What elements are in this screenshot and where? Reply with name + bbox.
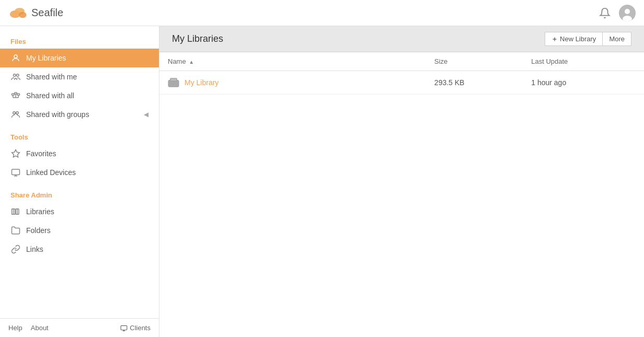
svg-point-2: [19, 11, 26, 18]
shared-with-groups-icon: [10, 109, 21, 120]
logo-area: Seafile: [8, 6, 63, 20]
sidebar-item-shared-with-all[interactable]: Shared with all: [0, 86, 159, 105]
files-section-label: Files: [0, 32, 159, 49]
sidebar-item-libraries[interactable]: Libraries: [0, 202, 159, 221]
folders-icon: [10, 225, 21, 236]
shared-with-me-icon: [10, 72, 21, 82]
svg-point-8: [17, 74, 19, 77]
table-header: Name ▲ Size Last Update: [159, 52, 644, 71]
notification-bell-icon[interactable]: [599, 7, 611, 19]
page-title: My Libraries: [172, 33, 223, 44]
svg-rect-32: [170, 78, 177, 81]
new-library-label: New Library: [560, 35, 596, 43]
sidebar-item-shared-with-groups[interactable]: Shared with groups ◀: [0, 105, 159, 124]
sidebar-item-linked-devices[interactable]: Linked Devices: [0, 163, 159, 182]
svg-point-7: [14, 74, 16, 77]
sidebar-footer: Help About Clients: [0, 318, 159, 337]
monitor-icon: [120, 324, 128, 332]
clients-label: Clients: [130, 324, 151, 332]
svg-rect-10: [17, 94, 20, 95]
clients-link[interactable]: Clients: [120, 324, 151, 332]
svg-rect-19: [12, 169, 20, 175]
share-admin-section-label: Share Admin: [0, 186, 159, 202]
table-body: My Library 293.5 KB1 hour ago: [159, 71, 644, 95]
tools-section-label: Tools: [0, 128, 159, 144]
app-name: Seafile: [31, 7, 63, 19]
links-icon: [10, 244, 21, 254]
svg-marker-18: [12, 150, 20, 157]
column-header-name[interactable]: Name ▲: [159, 52, 426, 71]
libraries-label: Libraries: [26, 207, 148, 216]
column-header-size[interactable]: Size: [426, 52, 523, 71]
column-header-last-update[interactable]: Last Update: [523, 52, 644, 71]
main-content: My Libraries New Library More Na: [159, 26, 644, 337]
my-libraries-icon: [10, 53, 21, 63]
library-icon: [168, 77, 179, 88]
top-header: Seafile: [0, 0, 644, 26]
libraries-table-area: Name ▲ Size Last Update My Lib: [159, 52, 644, 337]
about-link[interactable]: About: [31, 324, 49, 332]
user-avatar[interactable]: [619, 5, 636, 21]
library-name-link[interactable]: My Library: [185, 78, 218, 87]
my-libraries-label: My Libraries: [26, 54, 148, 62]
header-right: [599, 5, 636, 21]
plus-icon: [551, 36, 558, 42]
shared-with-me-label: Shared with me: [26, 73, 148, 81]
shared-with-all-label: Shared with all: [26, 91, 148, 100]
table-row: My Library 293.5 KB1 hour ago: [159, 71, 644, 95]
shared-with-groups-label: Shared with groups: [26, 110, 139, 119]
sort-asc-icon: ▲: [189, 59, 194, 65]
svg-rect-26: [121, 326, 127, 330]
favorites-icon: [10, 148, 21, 159]
libraries-table: Name ▲ Size Last Update My Lib: [159, 52, 644, 95]
favorites-label: Favorites: [26, 149, 148, 158]
folders-label: Folders: [26, 226, 148, 235]
svg-point-6: [14, 55, 17, 58]
sidebar-item-folders[interactable]: Folders: [0, 221, 159, 240]
library-last-update: 1 hour ago: [523, 71, 644, 95]
sidebar: Files My Libraries: [0, 26, 159, 337]
sidebar-content: Files My Libraries: [0, 26, 159, 318]
sidebar-item-links[interactable]: Links: [0, 240, 159, 259]
svg-rect-11: [15, 92, 17, 94]
libraries-icon: [10, 206, 21, 217]
header-buttons: New Library More: [545, 32, 631, 46]
content-header: My Libraries New Library More: [159, 26, 644, 52]
library-name-cell: My Library: [159, 71, 426, 95]
sidebar-item-my-libraries[interactable]: My Libraries: [0, 49, 159, 67]
main-layout: Files My Libraries: [0, 26, 644, 337]
sidebar-item-favorites[interactable]: Favorites: [0, 144, 159, 163]
svg-rect-9: [12, 94, 15, 95]
library-size: 293.5 KB: [426, 71, 523, 95]
sidebar-item-shared-with-me[interactable]: Shared with me: [0, 67, 159, 86]
more-button[interactable]: More: [602, 32, 631, 46]
linked-devices-icon: [10, 167, 21, 178]
seafile-logo-icon: [8, 6, 27, 20]
shared-with-all-icon: [10, 90, 21, 101]
linked-devices-label: Linked Devices: [26, 168, 148, 177]
groups-arrow-icon: ◀: [144, 111, 148, 118]
svg-point-4: [625, 9, 630, 14]
new-library-button[interactable]: New Library: [545, 32, 602, 46]
help-link[interactable]: Help: [8, 324, 22, 332]
links-label: Links: [26, 245, 148, 253]
